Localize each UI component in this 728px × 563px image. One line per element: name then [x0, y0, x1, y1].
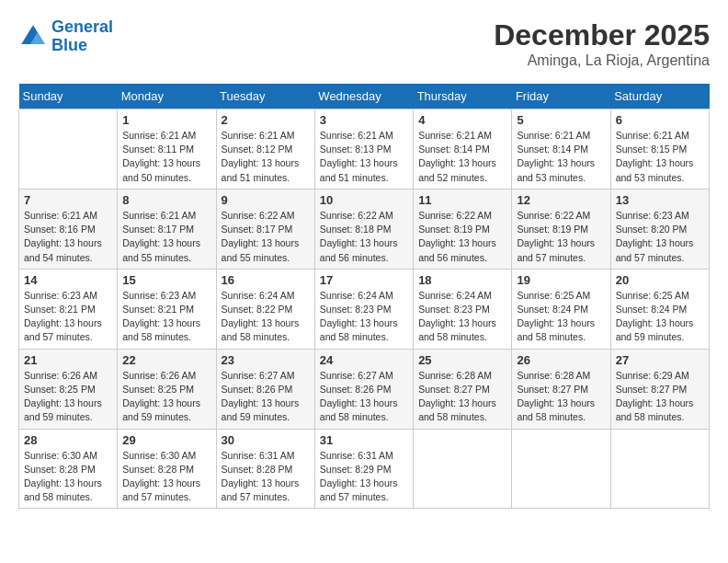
calendar-cell: 26Sunrise: 6:28 AMSunset: 8:27 PMDayligh… — [512, 349, 610, 429]
day-number: 24 — [320, 353, 408, 367]
calendar-cell: 19Sunrise: 6:25 AMSunset: 8:24 PMDayligh… — [512, 269, 610, 349]
week-row-3: 14Sunrise: 6:23 AMSunset: 8:21 PMDayligh… — [19, 269, 710, 349]
calendar-cell: 8Sunrise: 6:21 AMSunset: 8:17 PMDaylight… — [118, 189, 216, 269]
day-info: Sunrise: 6:23 AMSunset: 8:21 PMDaylight:… — [122, 289, 210, 345]
day-number: 3 — [320, 113, 408, 127]
day-number: 2 — [222, 113, 310, 127]
day-info: Sunrise: 6:30 AMSunset: 8:28 PMDaylight:… — [24, 449, 112, 505]
day-number: 28 — [24, 433, 112, 447]
day-number: 20 — [616, 273, 704, 287]
calendar-cell: 30Sunrise: 6:31 AMSunset: 8:28 PMDayligh… — [216, 429, 314, 509]
day-number: 14 — [24, 273, 112, 287]
day-info: Sunrise: 6:30 AMSunset: 8:28 PMDaylight:… — [122, 449, 210, 505]
title-area: December 2025 Aminga, La Rioja, Argentin… — [494, 18, 710, 69]
day-header-thursday: Thursday — [414, 84, 512, 109]
day-info: Sunrise: 6:21 AMSunset: 8:15 PMDaylight:… — [616, 129, 704, 185]
day-info: Sunrise: 6:31 AMSunset: 8:29 PMDaylight:… — [320, 449, 408, 505]
day-info: Sunrise: 6:22 AMSunset: 8:17 PMDaylight:… — [222, 209, 310, 265]
day-number: 30 — [222, 433, 310, 447]
logo-icon — [18, 22, 48, 52]
day-info: Sunrise: 6:26 AMSunset: 8:25 PMDaylight:… — [24, 369, 112, 425]
day-number: 13 — [616, 193, 704, 207]
day-number: 4 — [418, 113, 506, 127]
week-row-5: 28Sunrise: 6:30 AMSunset: 8:28 PMDayligh… — [19, 429, 710, 509]
day-number: 5 — [517, 113, 605, 127]
calendar-header: SundayMondayTuesdayWednesdayThursdayFrid… — [19, 84, 710, 109]
day-number: 19 — [517, 273, 605, 287]
calendar-body: 1Sunrise: 6:21 AMSunset: 8:11 PMDaylight… — [19, 109, 710, 509]
calendar-cell: 3Sunrise: 6:21 AMSunset: 8:13 PMDaylight… — [314, 109, 413, 190]
day-info: Sunrise: 6:22 AMSunset: 8:19 PMDaylight:… — [418, 209, 506, 265]
day-info: Sunrise: 6:22 AMSunset: 8:19 PMDaylight:… — [517, 209, 605, 265]
day-info: Sunrise: 6:29 AMSunset: 8:27 PMDaylight:… — [616, 369, 704, 425]
week-row-2: 7Sunrise: 6:21 AMSunset: 8:16 PMDaylight… — [19, 189, 710, 269]
calendar-cell: 6Sunrise: 6:21 AMSunset: 8:15 PMDaylight… — [610, 109, 709, 190]
calendar-cell — [610, 429, 709, 509]
calendar-cell: 18Sunrise: 6:24 AMSunset: 8:23 PMDayligh… — [414, 269, 512, 349]
calendar-cell: 15Sunrise: 6:23 AMSunset: 8:21 PMDayligh… — [118, 269, 216, 349]
calendar-cell: 1Sunrise: 6:21 AMSunset: 8:11 PMDaylight… — [118, 109, 216, 190]
calendar-cell: 31Sunrise: 6:31 AMSunset: 8:29 PMDayligh… — [314, 429, 413, 509]
location-subtitle: Aminga, La Rioja, Argentina — [494, 52, 710, 69]
day-info: Sunrise: 6:25 AMSunset: 8:24 PMDaylight:… — [517, 289, 605, 345]
day-number: 6 — [616, 113, 704, 127]
calendar-cell: 4Sunrise: 6:21 AMSunset: 8:14 PMDaylight… — [414, 109, 512, 190]
calendar-cell: 10Sunrise: 6:22 AMSunset: 8:18 PMDayligh… — [314, 189, 413, 269]
week-row-1: 1Sunrise: 6:21 AMSunset: 8:11 PMDaylight… — [19, 109, 710, 190]
week-row-4: 21Sunrise: 6:26 AMSunset: 8:25 PMDayligh… — [19, 349, 710, 429]
calendar-cell — [19, 109, 118, 190]
day-info: Sunrise: 6:28 AMSunset: 8:27 PMDaylight:… — [517, 369, 605, 425]
day-info: Sunrise: 6:23 AMSunset: 8:21 PMDaylight:… — [24, 289, 112, 345]
day-header-sunday: Sunday — [19, 84, 118, 109]
day-number: 10 — [320, 193, 408, 207]
day-info: Sunrise: 6:22 AMSunset: 8:18 PMDaylight:… — [320, 209, 408, 265]
day-info: Sunrise: 6:21 AMSunset: 8:17 PMDaylight:… — [122, 209, 210, 265]
calendar-cell: 14Sunrise: 6:23 AMSunset: 8:21 PMDayligh… — [19, 269, 118, 349]
calendar-cell: 12Sunrise: 6:22 AMSunset: 8:19 PMDayligh… — [512, 189, 610, 269]
day-number: 8 — [122, 193, 210, 207]
calendar-cell: 24Sunrise: 6:27 AMSunset: 8:26 PMDayligh… — [314, 349, 413, 429]
calendar-cell: 28Sunrise: 6:30 AMSunset: 8:28 PMDayligh… — [19, 429, 118, 509]
day-number: 29 — [122, 433, 210, 447]
calendar-cell: 29Sunrise: 6:30 AMSunset: 8:28 PMDayligh… — [118, 429, 216, 509]
day-number: 18 — [418, 273, 506, 287]
day-header-friday: Friday — [512, 84, 610, 109]
logo-blue: Blue — [51, 36, 87, 54]
day-number: 22 — [122, 353, 210, 367]
day-info: Sunrise: 6:31 AMSunset: 8:28 PMDaylight:… — [222, 449, 310, 505]
calendar-cell: 9Sunrise: 6:22 AMSunset: 8:17 PMDaylight… — [216, 189, 314, 269]
day-number: 11 — [418, 193, 506, 207]
calendar-cell: 20Sunrise: 6:25 AMSunset: 8:24 PMDayligh… — [610, 269, 709, 349]
calendar-cell: 2Sunrise: 6:21 AMSunset: 8:12 PMDaylight… — [216, 109, 314, 190]
logo: General Blue — [18, 18, 113, 55]
day-number: 25 — [418, 353, 506, 367]
calendar-cell: 11Sunrise: 6:22 AMSunset: 8:19 PMDayligh… — [414, 189, 512, 269]
calendar-cell: 17Sunrise: 6:24 AMSunset: 8:23 PMDayligh… — [314, 269, 413, 349]
calendar-cell: 25Sunrise: 6:28 AMSunset: 8:27 PMDayligh… — [414, 349, 512, 429]
day-header-wednesday: Wednesday — [314, 84, 413, 109]
day-info: Sunrise: 6:21 AMSunset: 8:13 PMDaylight:… — [320, 129, 408, 185]
day-info: Sunrise: 6:27 AMSunset: 8:26 PMDaylight:… — [320, 369, 408, 425]
calendar-cell — [414, 429, 512, 509]
day-number: 1 — [122, 113, 210, 127]
day-info: Sunrise: 6:21 AMSunset: 8:14 PMDaylight:… — [418, 129, 506, 185]
day-info: Sunrise: 6:21 AMSunset: 8:14 PMDaylight:… — [517, 129, 605, 185]
day-info: Sunrise: 6:21 AMSunset: 8:11 PMDaylight:… — [122, 129, 210, 185]
day-number: 17 — [320, 273, 408, 287]
calendar-table: SundayMondayTuesdayWednesdayThursdayFrid… — [18, 84, 710, 509]
day-number: 21 — [24, 353, 112, 367]
day-number: 23 — [222, 353, 310, 367]
day-number: 15 — [122, 273, 210, 287]
day-header-tuesday: Tuesday — [216, 84, 314, 109]
logo-general: General — [51, 17, 113, 36]
calendar-cell — [512, 429, 610, 509]
day-info: Sunrise: 6:23 AMSunset: 8:20 PMDaylight:… — [616, 209, 704, 265]
day-info: Sunrise: 6:26 AMSunset: 8:25 PMDaylight:… — [122, 369, 210, 425]
day-info: Sunrise: 6:24 AMSunset: 8:22 PMDaylight:… — [222, 289, 310, 345]
day-number: 26 — [517, 353, 605, 367]
calendar-cell: 5Sunrise: 6:21 AMSunset: 8:14 PMDaylight… — [512, 109, 610, 190]
calendar-cell: 21Sunrise: 6:26 AMSunset: 8:25 PMDayligh… — [19, 349, 118, 429]
day-info: Sunrise: 6:28 AMSunset: 8:27 PMDaylight:… — [418, 369, 506, 425]
calendar-cell: 22Sunrise: 6:26 AMSunset: 8:25 PMDayligh… — [118, 349, 216, 429]
day-header-monday: Monday — [118, 84, 216, 109]
